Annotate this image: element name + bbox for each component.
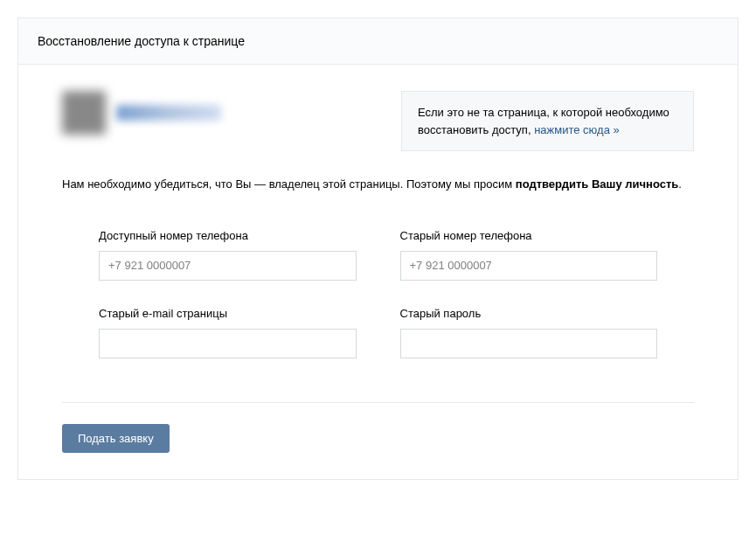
old-email-field: Старый e-mail страницы: [99, 307, 357, 358]
top-row: Если это не та страница, к которой необх…: [62, 91, 694, 151]
click-here-link[interactable]: нажмите сюда »: [534, 123, 620, 136]
profile-block: [62, 91, 221, 135]
old-password-label: Старый пароль: [400, 307, 658, 320]
old-phone-field: Старый номер телефона: [400, 229, 658, 281]
available-phone-input[interactable]: [99, 251, 357, 281]
page-content: Если это не та страница, к которой необх…: [18, 65, 738, 479]
old-password-input[interactable]: [400, 329, 658, 358]
submit-button[interactable]: Подать заявку: [62, 424, 170, 453]
page-title: Восстановление доступа к странице: [38, 34, 718, 48]
page-header: Восстановление доступа к странице: [18, 18, 738, 65]
avatar: [62, 91, 106, 135]
available-phone-field: Доступный номер телефона: [99, 229, 357, 281]
page-container: Восстановление доступа к странице Если э…: [17, 17, 739, 480]
old-password-field: Старый пароль: [400, 307, 658, 358]
available-phone-label: Доступный номер телефона: [99, 229, 357, 242]
old-phone-input[interactable]: [400, 251, 658, 281]
divider: [62, 402, 694, 403]
old-email-input[interactable]: [99, 329, 357, 358]
description-text: Нам необходимо убедиться, что Вы — владе…: [62, 176, 694, 194]
wrong-page-notice: Если это не та страница, к которой необх…: [401, 91, 694, 151]
profile-name-blurred: [116, 105, 221, 121]
old-email-label: Старый e-mail страницы: [99, 307, 357, 320]
form-grid: Доступный номер телефона Старый номер те…: [62, 229, 694, 358]
old-phone-label: Старый номер телефона: [400, 229, 658, 242]
